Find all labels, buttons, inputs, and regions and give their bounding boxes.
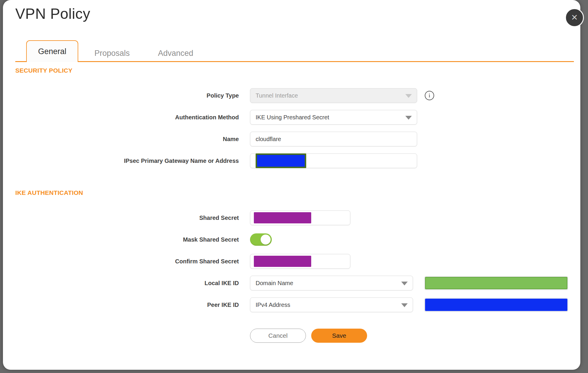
local-ike-id-row: Local IKE ID Domain Name: [15, 276, 568, 290]
tab-bar: General Proposals Advanced: [15, 41, 574, 62]
local-ike-id-redacted-value: [425, 277, 567, 289]
name-input[interactable]: cloudflare: [250, 132, 417, 146]
dialog-title: VPN Policy: [15, 5, 90, 22]
peer-ike-id-label: Peer IKE ID: [15, 302, 239, 308]
shared-secret-redacted-value: [254, 212, 311, 223]
tab-general[interactable]: General: [26, 40, 78, 62]
name-value: cloudflare: [256, 136, 281, 143]
name-row: Name cloudflare: [15, 132, 568, 146]
peer-ike-id-row: Peer IKE ID IPv4 Address: [15, 297, 568, 312]
peer-ike-id-value-input[interactable]: [424, 298, 568, 312]
gateway-input[interactable]: [250, 153, 417, 168]
shared-secret-input[interactable]: [250, 210, 350, 225]
policy-type-value: Tunnel Interface: [256, 92, 298, 99]
local-ike-id-selected: Domain Name: [256, 280, 293, 287]
toggle-knob: [261, 235, 271, 245]
tab-proposals-label: Proposals: [94, 49, 130, 58]
policy-type-select[interactable]: Tunnel Interface: [250, 88, 417, 103]
auth-method-value: IKE Using Preshared Secret: [256, 114, 329, 121]
security-policy-rows: Policy Type Tunnel Interface i Authe: [15, 88, 568, 168]
name-label: Name: [15, 136, 239, 143]
tab-proposals[interactable]: Proposals: [90, 44, 134, 62]
shared-secret-label: Shared Secret: [15, 215, 239, 221]
tab-general-label: General: [38, 47, 66, 56]
chevron-down-icon: [401, 282, 408, 285]
tab-advanced-label: Advanced: [158, 49, 193, 58]
peer-ike-id-select[interactable]: IPv4 Address: [250, 297, 413, 312]
mask-shared-secret-label: Mask Shared Secret: [15, 236, 239, 243]
peer-ike-id-redacted-value: [425, 299, 567, 311]
action-buttons: Cancel Save: [250, 329, 568, 343]
close-icon: ✕: [571, 14, 578, 22]
close-button[interactable]: ✕: [565, 8, 584, 27]
gateway-label: IPsec Primary Gateway Name or Address: [15, 158, 239, 164]
policy-type-row: Policy Type Tunnel Interface i: [15, 88, 568, 103]
shared-secret-row: Shared Secret: [15, 210, 568, 225]
auth-method-select[interactable]: IKE Using Preshared Secret: [250, 110, 417, 125]
auth-method-label: Authentication Method: [15, 114, 239, 121]
confirm-shared-secret-row: Confirm Shared Secret: [15, 254, 568, 269]
vpn-policy-dialog: VPN Policy ✕ General Proposals Advanced …: [3, 0, 580, 370]
ike-authentication-section-title: IKE AUTHENTICATION: [15, 189, 568, 196]
cancel-button[interactable]: Cancel: [250, 329, 306, 343]
policy-type-label: Policy Type: [15, 92, 239, 99]
auth-method-row: Authentication Method IKE Using Preshare…: [15, 110, 568, 125]
mask-shared-secret-row: Mask Shared Secret: [15, 232, 568, 247]
gateway-row: IPsec Primary Gateway Name or Address: [15, 153, 568, 168]
chevron-down-icon: [405, 94, 412, 98]
peer-ike-id-selected: IPv4 Address: [256, 302, 290, 308]
mask-shared-secret-toggle[interactable]: [250, 233, 272, 246]
screen-background: VPN Policy ✕ General Proposals Advanced …: [0, 0, 588, 373]
info-icon[interactable]: i: [425, 91, 434, 100]
security-policy-section-title: SECURITY POLICY: [15, 67, 568, 74]
confirm-shared-secret-input[interactable]: [250, 254, 350, 269]
confirm-shared-secret-redacted-value: [254, 256, 311, 267]
ike-authentication-rows: Shared Secret Mask Shared Secret: [15, 210, 568, 312]
local-ike-id-label: Local IKE ID: [15, 280, 239, 287]
local-ike-id-value-input[interactable]: [424, 276, 568, 290]
local-ike-id-select[interactable]: Domain Name: [250, 276, 413, 290]
gateway-redacted-value: [256, 153, 306, 168]
confirm-shared-secret-label: Confirm Shared Secret: [15, 258, 239, 265]
chevron-down-icon: [401, 303, 408, 307]
chevron-down-icon: [405, 116, 412, 120]
tab-advanced[interactable]: Advanced: [154, 44, 198, 62]
save-button[interactable]: Save: [311, 329, 367, 343]
